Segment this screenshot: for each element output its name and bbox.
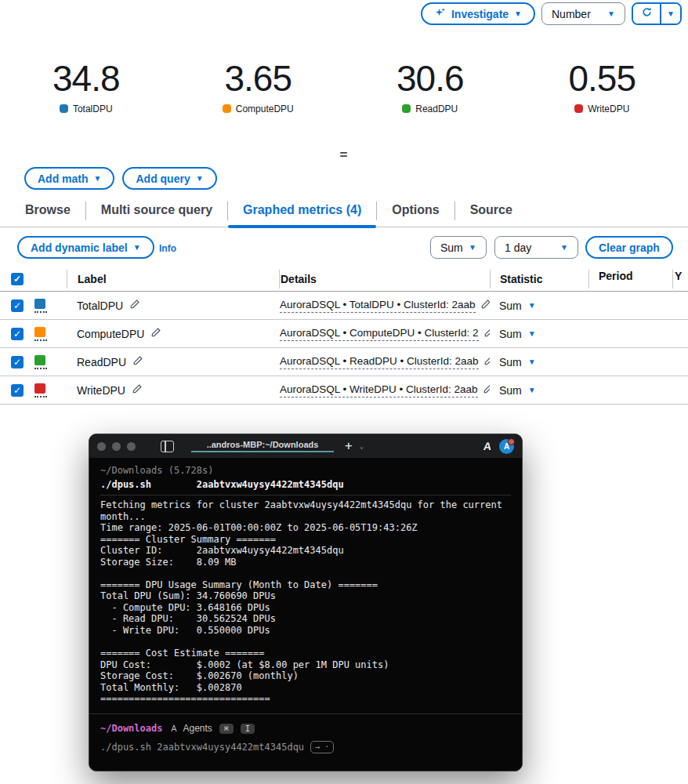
- investigate-button[interactable]: Investigate ▼: [421, 2, 535, 25]
- add-math-label: Add math: [38, 172, 89, 185]
- chevron-down-icon: ▼: [94, 175, 102, 183]
- metric-computedpu: 3.65 ComputeDPU: [172, 59, 345, 114]
- metric-label: ComputeDPU: [236, 103, 294, 114]
- investigate-label: Investigate: [451, 8, 509, 20]
- column-header-statistic: Statistic: [500, 273, 542, 285]
- metric-label: TotalDPU: [73, 103, 113, 114]
- metric-readdpu: 30.6 ReadDPU: [344, 59, 516, 114]
- row-statistic-value: Sum: [499, 328, 522, 340]
- chevron-down-icon[interactable]: ⌄: [360, 442, 364, 450]
- metric-totaldpu: 34.8 TotalDPU: [0, 59, 172, 114]
- command-input[interactable]: ./dpus.sh 2aabtvxw4uysy4422mt4345dqu → ·: [100, 741, 511, 753]
- edit-details-pencil-icon[interactable]: [480, 299, 490, 312]
- edit-details-pencil-icon[interactable]: [483, 327, 490, 340]
- chevron-down-icon: ▼: [528, 386, 536, 394]
- row-checkbox[interactable]: ✓: [11, 328, 24, 340]
- tab-options[interactable]: Options: [377, 203, 454, 227]
- row-statistic-dropdown[interactable]: Sum ▼: [490, 356, 588, 368]
- refresh-button[interactable]: [633, 4, 660, 24]
- add-math-button[interactable]: Add math ▼: [24, 167, 114, 190]
- edit-details-pencil-icon[interactable]: [483, 355, 490, 368]
- new-tab-button[interactable]: +: [345, 440, 353, 452]
- info-link[interactable]: Info: [159, 243, 176, 254]
- chevron-down-icon: ▼: [528, 358, 536, 366]
- metric-details: AuroraDSQL • WriteDPU • ClusterId: 2aab: [280, 383, 478, 397]
- refresh-options-button[interactable]: ▼: [660, 4, 680, 24]
- terminal-tab[interactable]: ..andros-MBP:~/Downloads: [191, 440, 334, 452]
- metric-writedpu: 0.55 WriteDPU: [516, 59, 688, 114]
- edit-label-pencil-icon[interactable]: [132, 355, 143, 368]
- sidebar-toggle-icon[interactable]: [161, 441, 174, 452]
- metric-details: AuroraDSQL • TotalDPU • ClusterId: 2aab: [280, 299, 476, 313]
- chevron-down-icon: ▼: [528, 329, 536, 338]
- statistic-value: Sum: [440, 241, 463, 254]
- row-statistic-dropdown[interactable]: Sum ▼: [490, 328, 588, 340]
- table-row: ✓ ComputeDPU AuroraDSQL • ComputeDPU • C…: [0, 320, 688, 348]
- column-header-details: Details: [281, 273, 317, 285]
- panel-resize-handle[interactable]: =: [0, 147, 688, 163]
- edit-label-pencil-icon[interactable]: [150, 327, 161, 340]
- view-type-value: Number: [552, 8, 591, 20]
- chevron-down-icon: ▼: [607, 10, 615, 18]
- metrics-tab-bar: Browse Multi source query Graphed metric…: [0, 196, 688, 227]
- metric-details: AuroraDSQL • ReadDPU • ClusterId: 2aab: [280, 355, 479, 369]
- chevron-down-icon: ▼: [528, 301, 536, 310]
- terminal-output-block: ~/Downloads (5.728s) ./dpus.sh 2aabtvxw4…: [89, 458, 522, 705]
- chevron-down-icon: ▼: [560, 244, 568, 252]
- clear-graph-label: Clear graph: [599, 241, 660, 254]
- metric-label: WriteDPU: [588, 103, 629, 114]
- window-close-button[interactable]: [97, 442, 106, 451]
- legend-dot: [60, 104, 68, 113]
- metric-color-swatch[interactable]: [34, 327, 47, 341]
- metric-value: 34.8: [0, 59, 172, 99]
- chevron-down-icon: ▼: [196, 175, 204, 183]
- metric-row-label: ReadDPU: [77, 356, 126, 368]
- window-zoom-button[interactable]: [127, 442, 136, 451]
- row-statistic-dropdown[interactable]: Sum ▼: [490, 384, 588, 397]
- edit-label-pencil-icon[interactable]: [129, 299, 140, 312]
- row-checkbox[interactable]: ✓: [11, 299, 24, 312]
- metric-color-swatch[interactable]: [34, 299, 47, 313]
- user-avatar[interactable]: A: [499, 439, 514, 454]
- command-output: Fetching metrics for cluster 2aabtvxw4uy…: [100, 495, 511, 705]
- legend-dot: [574, 104, 583, 113]
- chevron-down-icon: ▼: [514, 10, 522, 18]
- select-all-checkbox[interactable]: ✓: [11, 273, 24, 285]
- terminal-titlebar: ..andros-MBP:~/Downloads + ⌄ A A: [89, 434, 522, 458]
- row-statistic-dropdown[interactable]: Sum ▼: [490, 299, 588, 312]
- metric-summary-row: 34.8 TotalDPU 3.65 ComputeDPU 30.6 ReadD…: [0, 59, 688, 114]
- add-dynamic-label-button[interactable]: Add dynamic label ▼: [17, 236, 154, 259]
- tab-source[interactable]: Source: [455, 203, 527, 227]
- edit-label-pencil-icon[interactable]: [132, 383, 143, 397]
- warp-ai-icon[interactable]: A: [483, 440, 492, 452]
- table-row: ✓ WriteDPU AuroraDSQL • WriteDPU • Clust…: [0, 376, 688, 405]
- tab-graphed-metrics[interactable]: Graphed metrics (4): [228, 203, 376, 227]
- tab-browse[interactable]: Browse: [10, 203, 85, 227]
- agents-mode-indicator[interactable]: Agents: [169, 723, 212, 734]
- metric-value: 30.6: [344, 59, 516, 99]
- clear-graph-button[interactable]: Clear graph: [585, 236, 673, 259]
- i-key-badge: I: [241, 724, 255, 734]
- view-type-select[interactable]: Number ▼: [541, 2, 625, 25]
- period-select[interactable]: 1 day ▼: [494, 236, 578, 259]
- cmd-key-badge: ⌘: [219, 724, 234, 734]
- chevron-down-icon: ▼: [667, 10, 675, 18]
- row-checkbox[interactable]: ✓: [11, 384, 24, 397]
- refresh-split-button: ▼: [632, 2, 682, 25]
- window-minimize-button[interactable]: [112, 442, 121, 451]
- add-query-button[interactable]: Add query ▼: [122, 167, 216, 190]
- sparkle-icon: [434, 7, 446, 21]
- accept-suggestion-hint[interactable]: → ·: [310, 741, 334, 753]
- top-action-bar: Investigate ▼ Number ▼ ▼: [421, 2, 682, 25]
- legend-dot: [223, 104, 231, 113]
- metric-color-swatch[interactable]: [34, 355, 47, 369]
- column-header-period: Period: [599, 270, 633, 282]
- statistic-select[interactable]: Sum ▼: [430, 236, 487, 259]
- row-checkbox[interactable]: ✓: [11, 356, 24, 368]
- chevron-down-icon: ▼: [469, 244, 476, 252]
- table-header: ✓ Label Details Statistic Period Y: [0, 267, 688, 292]
- metric-color-swatch[interactable]: [34, 383, 47, 397]
- tab-multi-source-query[interactable]: Multi source query: [86, 203, 227, 227]
- edit-details-pencil-icon[interactable]: [483, 383, 490, 397]
- cloudwatch-metrics-page: Investigate ▼ Number ▼ ▼ 34.8 TotalDPU: [0, 0, 688, 784]
